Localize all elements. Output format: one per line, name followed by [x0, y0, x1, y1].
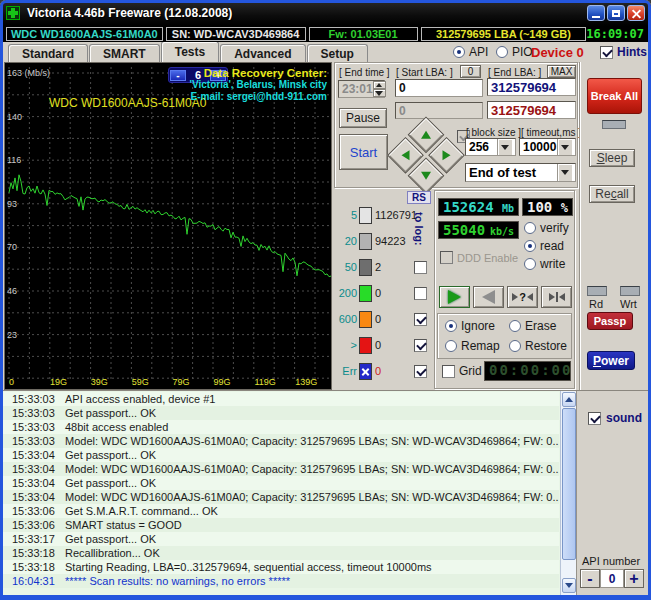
- log-message: Get passport... OK: [65, 449, 156, 461]
- to-log-checkbox[interactable]: [414, 365, 427, 378]
- sound-checkbox[interactable]: sound: [588, 411, 642, 425]
- api-number-plus-button[interactable]: +: [624, 569, 644, 588]
- rewind-button[interactable]: [473, 286, 504, 308]
- scroll-down-icon: [565, 583, 573, 588]
- victoria-window: Victoria 4.46b Freeware (12.08.2008) WDC…: [0, 0, 651, 600]
- start-lba-input[interactable]: 0: [395, 79, 483, 97]
- block-size-dropdown-icon[interactable]: [497, 139, 512, 155]
- end-lba-label: [ End LBA: ]: [488, 67, 541, 78]
- end-lba-max-button[interactable]: MAX: [547, 65, 576, 78]
- tab-setup[interactable]: Setup: [307, 44, 368, 62]
- sleep-button[interactable]: Sleep: [589, 149, 635, 167]
- log-message: Model: WDC WD1600AAJS-61M0A0; Capacity: …: [65, 491, 559, 503]
- close-button[interactable]: [627, 5, 645, 21]
- passport-button[interactable]: Passp: [587, 312, 633, 330]
- graph-zoom-out-button[interactable]: -: [170, 70, 186, 81]
- block-size-select[interactable]: 256: [465, 138, 516, 156]
- timeout-dropdown-icon[interactable]: [557, 139, 572, 155]
- break-all-button[interactable]: Break All: [587, 78, 642, 114]
- seek-test-button[interactable]: ?: [507, 286, 538, 308]
- pause-button[interactable]: Pause: [339, 108, 387, 128]
- scroll-up-button[interactable]: [562, 392, 576, 407]
- end-time-spin-buttons[interactable]: [373, 81, 386, 97]
- histogram-bucket-label: 50: [333, 261, 359, 273]
- wrt-label: Wrt: [620, 298, 637, 310]
- histogram-count: 0: [375, 287, 381, 299]
- to-log-checkbox[interactable]: [414, 339, 427, 352]
- api-number-value: 0: [600, 569, 624, 588]
- log-row: 15:33:06SMART status = GOOD: [3, 518, 559, 532]
- log-timestamp: 15:33:06: [3, 505, 65, 517]
- graph-drive-watermark: WDC WD1600AAJS-61M0A0: [49, 96, 206, 110]
- log-scrollbar[interactable]: [560, 391, 576, 595]
- start-lba-zero-button[interactable]: 0: [460, 65, 481, 78]
- to-log-checkbox[interactable]: [414, 313, 427, 326]
- hints-checkbox-box[interactable]: [600, 46, 613, 59]
- write-radio[interactable]: write: [524, 257, 565, 271]
- timeout-select[interactable]: 10000: [519, 138, 576, 156]
- promo-line1: Data Recovery Center:: [204, 67, 327, 79]
- log-row: 15:33:18Starting Reading, LBA=0..3125796…: [3, 560, 559, 574]
- minimize-button[interactable]: [587, 5, 605, 21]
- lcd-panel: 152624Mb 100% 55040kb/s verify read writ…: [434, 190, 575, 389]
- api-number-label: API number: [582, 555, 640, 567]
- tab-standard[interactable]: Standard: [8, 44, 88, 62]
- latency-histogram: RS to log: 51126791209422350220006000>0E…: [333, 190, 433, 390]
- tab-advanced[interactable]: Advanced: [220, 44, 305, 62]
- read-indicator: [587, 286, 607, 296]
- end-action-dropdown-icon[interactable]: [557, 164, 572, 181]
- start-button[interactable]: Start: [339, 134, 388, 170]
- window-title: Victoria 4.46b Freeware (12.08.2008): [27, 6, 232, 20]
- erase-radio[interactable]: Erase: [509, 319, 556, 333]
- log-message: ***** Scan results: no warnings, no erro…: [65, 575, 290, 587]
- to-log-checkbox[interactable]: [414, 287, 427, 300]
- pio-radio-dot[interactable]: [496, 46, 508, 58]
- y-tick-label: 70: [7, 242, 17, 252]
- end-time-spinner[interactable]: 23:01: [338, 80, 385, 98]
- scrollbar-thumb[interactable]: [562, 408, 576, 560]
- api-radio[interactable]: API: [453, 45, 488, 59]
- hints-checkbox[interactable]: Hints: [600, 45, 647, 59]
- log-timestamp: 15:33:18: [3, 547, 65, 559]
- timer-lcd: 00:00:00: [484, 361, 571, 381]
- ignore-radio[interactable]: Ignore: [445, 319, 495, 333]
- to-log-checkbox[interactable]: [414, 261, 427, 274]
- ddd-enable-checkbox[interactable]: DDD Enable: [440, 251, 518, 264]
- rewind-icon: [482, 290, 495, 304]
- mb-lcd: 152624Mb: [438, 198, 519, 216]
- x-tick-label: 19G: [50, 377, 67, 387]
- end-lba-input[interactable]: 312579694: [487, 78, 576, 96]
- histogram-count: 1126791: [375, 209, 417, 221]
- drive-firmware: Fw: 01.03E01: [309, 27, 418, 41]
- tab-smart[interactable]: SMART: [89, 44, 160, 62]
- api-number-minus-button[interactable]: -: [580, 569, 600, 588]
- power-button[interactable]: Power: [587, 351, 635, 370]
- log-row: 15:33:03Model: WDC WD1600AAJS-61M0A0; Ca…: [3, 434, 559, 448]
- grid-checkbox[interactable]: Grid: [442, 364, 482, 378]
- pio-radio[interactable]: PIO: [496, 45, 533, 59]
- maximize-button[interactable]: [607, 5, 625, 21]
- api-radio-dot[interactable]: [453, 46, 465, 58]
- latency-block-icon: [359, 311, 372, 328]
- recall-button[interactable]: Recall: [589, 185, 635, 203]
- tests-tab-content: 163 (Mb/s)14011693704623019G39G59G79G99G…: [3, 62, 648, 390]
- tab-tests[interactable]: Tests: [161, 41, 219, 62]
- end-action-select[interactable]: End of test: [465, 163, 576, 182]
- log-row: 16:04:31***** Scan results: no warnings,…: [3, 574, 559, 588]
- remap-radio[interactable]: Remap: [445, 339, 500, 353]
- log-timestamp: 15:33:17: [3, 533, 65, 545]
- play-button[interactable]: [439, 286, 470, 308]
- read-radio[interactable]: read: [524, 239, 564, 253]
- log-row: 15:33:04Get passport... OK: [3, 476, 559, 490]
- promo-line3: E-mail: sergei@hdd-911.com: [190, 91, 327, 103]
- latency-block-icon: [359, 259, 372, 276]
- log-row: 15:33:17Get passport... OK: [3, 532, 559, 546]
- end-lba-readout: 312579694: [487, 101, 576, 119]
- restore-radio[interactable]: Restore: [509, 339, 567, 353]
- step-button[interactable]: [541, 286, 572, 308]
- log-row: 15:33:04Model: WDC WD1600AAJS-61M0A0; Ca…: [3, 490, 559, 504]
- scroll-down-button[interactable]: [562, 578, 576, 593]
- timeout-label: [ timeout,ms ]: [521, 127, 581, 138]
- log-row: 15:33:04Model: WDC WD1600AAJS-61M0A0; Ca…: [3, 462, 559, 476]
- verify-radio[interactable]: verify: [524, 221, 569, 235]
